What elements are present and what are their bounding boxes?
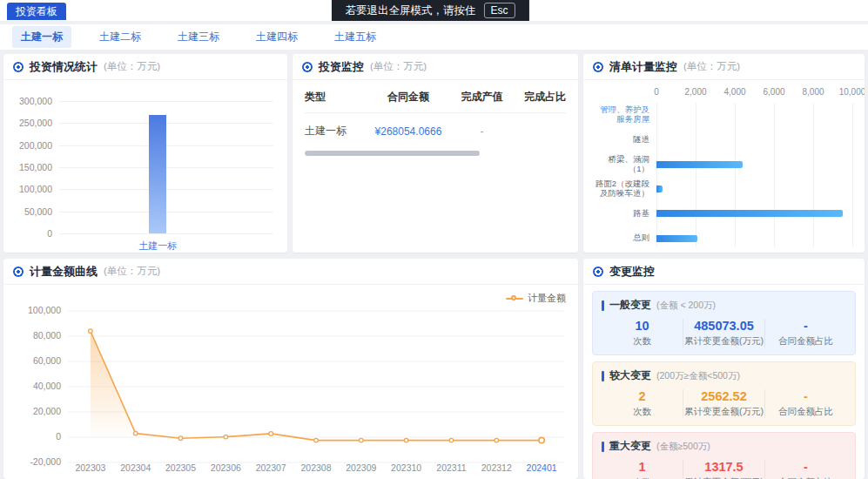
topbar: 投资看板 若要退出全屏模式，请按住 Esc	[0, 0, 868, 21]
panel-unit: (单位：万元)	[370, 60, 427, 73]
table-row[interactable]: 土建一标 ¥268054.0666 -	[305, 113, 566, 144]
card-critical-change: 重大变更 (金额≥500万) 1次数 1317.5累计变更金额(万元) -合同金…	[592, 432, 856, 479]
x-axis-category-label[interactable]: 土建一标	[138, 239, 177, 253]
board-tab-button[interactable]: 投资看板	[7, 3, 66, 20]
hbar-plot-area: 管理、养护及服务房屋隧道桥梁、涵洞（1）路面2（改建段及防噪车道）路基总则	[594, 103, 852, 251]
svg-text:202401: 202401	[527, 462, 557, 473]
change-count-label: 次数	[602, 335, 683, 347]
investment-dashboard: 投资看板 若要退出全屏模式，请按住 Esc 土建一标 土建二标 土建三标 土建四…	[0, 0, 868, 479]
y-axis-tick-label: 150,000	[19, 162, 52, 172]
panel-bullet-icon	[302, 62, 313, 72]
gridline-horizontal	[59, 101, 273, 102]
category-label: 隧道	[594, 135, 649, 145]
tab-civil-bid-3[interactable]: 土建三标	[169, 26, 228, 48]
tab-civil-bid-4[interactable]: 土建四标	[247, 26, 306, 48]
change-amount-label: 累计变更金额(万元)	[683, 406, 764, 418]
card-condition: (200万≥金额<500万)	[656, 370, 740, 382]
panel-title: 计量金额曲线	[30, 264, 98, 280]
investment-bar-chart: 300,000250,000200,000150,000100,00050,00…	[59, 101, 273, 233]
svg-text:202309: 202309	[346, 462, 376, 473]
x-axis-tick-label: 2,000	[684, 87, 706, 97]
column-header-type: 类型	[305, 90, 365, 105]
table-horizontal-scrollbar	[305, 151, 566, 156]
card-accent-bar	[602, 442, 604, 452]
change-count: 2	[602, 389, 683, 403]
svg-text:80,000: 80,000	[33, 330, 61, 341]
bar-civil-bid-1[interactable]	[149, 115, 166, 233]
change-count: 10	[602, 319, 683, 333]
panel-bullet-icon	[593, 62, 603, 72]
y-axis-tick-label: 250,000	[19, 118, 52, 128]
panel-title: 投资情况统计	[30, 59, 98, 75]
panel-bullet-icon	[13, 266, 24, 277]
panel-investment-monitor: 投资监控 (单位：万元) 类型 合同金额 完成产值 完成占比 土建一标 ¥268…	[293, 54, 578, 253]
panel-header: 投资监控 (单位：万元)	[293, 54, 578, 80]
svg-text:202312: 202312	[481, 462, 512, 473]
panel-change-monitor: 变更监控 一般变更 (金额 < 200万) 10次数 485073.05累计变更…	[583, 259, 865, 479]
category-label: 总则	[594, 233, 649, 243]
scrollbar-thumb[interactable]	[305, 151, 480, 156]
bar-3[interactable]	[656, 186, 663, 192]
change-ratio-label: 合同金额占比	[765, 406, 846, 418]
change-count-label: 次数	[602, 406, 683, 418]
gridline-horizontal	[59, 233, 273, 234]
svg-text:202311: 202311	[436, 462, 466, 473]
bar-4[interactable]	[656, 210, 843, 217]
x-axis-tick-label: 6,000	[763, 87, 784, 97]
svg-text:60,000: 60,000	[33, 355, 61, 366]
cell-contract-amount-link[interactable]: ¥268054.0666	[365, 125, 452, 138]
category-label[interactable]: 管理、养护及服务房屋	[594, 105, 649, 125]
panel-header: 计量金额曲线 (单位：万元)	[3, 259, 578, 285]
fullscreen-tip-text: 若要退出全屏模式，请按住	[345, 3, 475, 18]
panel-title: 清单计量监控	[609, 59, 677, 75]
hbar-row: 桥梁、涵洞（1）	[594, 152, 852, 177]
bar-track	[656, 136, 852, 143]
change-amount: 1317.5	[683, 460, 764, 474]
panel-unit: (单位：万元)	[683, 60, 740, 73]
panel-title: 变更监控	[609, 264, 655, 280]
hbar-row: 路面2（改建段及防噪车道）	[594, 177, 852, 201]
card-title: 较大变更	[609, 368, 651, 383]
change-amount: 485073.05	[683, 319, 764, 333]
x-axis-ticks: 02,0004,0006,0008,00010,000	[594, 87, 852, 103]
tab-civil-bid-1[interactable]: 土建一标	[12, 26, 71, 48]
bar-2[interactable]	[656, 161, 743, 168]
change-ratio: -	[765, 460, 846, 474]
column-header-completion-ratio: 完成占比	[512, 90, 566, 105]
bar-5[interactable]	[656, 235, 697, 242]
svg-text:20,000: 20,000	[33, 406, 61, 416]
bid-section-tabs: 土建一标 土建二标 土建三标 土建四标 土建五标	[0, 24, 868, 50]
tab-civil-bid-2[interactable]: 土建二标	[91, 26, 150, 48]
svg-text:202308: 202308	[300, 462, 331, 473]
card-accent-bar	[602, 371, 604, 381]
esc-key-hint: Esc	[483, 3, 515, 18]
bar-track	[656, 235, 852, 242]
category-label: 桥梁、涵洞（1）	[594, 155, 649, 174]
category-label: 路基	[594, 209, 649, 219]
panel-measurement-curve: 计量金额曲线 (单位：万元) 计量金额 100,00080,00060,0004…	[3, 259, 578, 479]
hbar-row: 管理、养护及服务房屋	[594, 103, 852, 127]
change-ratio: -	[765, 319, 846, 333]
svg-text:202305: 202305	[165, 462, 196, 473]
svg-text:202310: 202310	[391, 462, 421, 473]
y-axis-tick-label: 200,000	[19, 140, 52, 151]
change-amount: 2562.52	[683, 389, 764, 403]
svg-text:202304: 202304	[120, 462, 151, 473]
panel-bullet-icon	[593, 266, 603, 277]
hbar-row: 总则	[594, 226, 852, 251]
investment-monitor-table: 类型 合同金额 完成产值 完成占比 土建一标 ¥268054.0666 -	[293, 80, 578, 156]
svg-text:40,000: 40,000	[33, 381, 61, 391]
cell-type: 土建一标	[305, 124, 365, 138]
svg-text:-20,000: -20,000	[30, 456, 61, 467]
tab-civil-bid-5[interactable]: 土建五标	[326, 26, 385, 48]
panel-bullet-icon	[13, 62, 24, 72]
y-axis-tick-label: 0	[47, 228, 52, 239]
panel-unit: (单位：万元)	[104, 265, 160, 278]
x-axis-tick-label: 0	[654, 87, 659, 97]
svg-text:202307: 202307	[256, 462, 286, 473]
bar-track	[656, 111, 852, 118]
measurement-line-chart: 100,00080,00060,00040,00020,0000-20,0002…	[7, 285, 573, 479]
panel-title: 投资监控	[319, 59, 364, 75]
gridline-vertical	[852, 103, 853, 247]
svg-text:0: 0	[56, 431, 61, 442]
